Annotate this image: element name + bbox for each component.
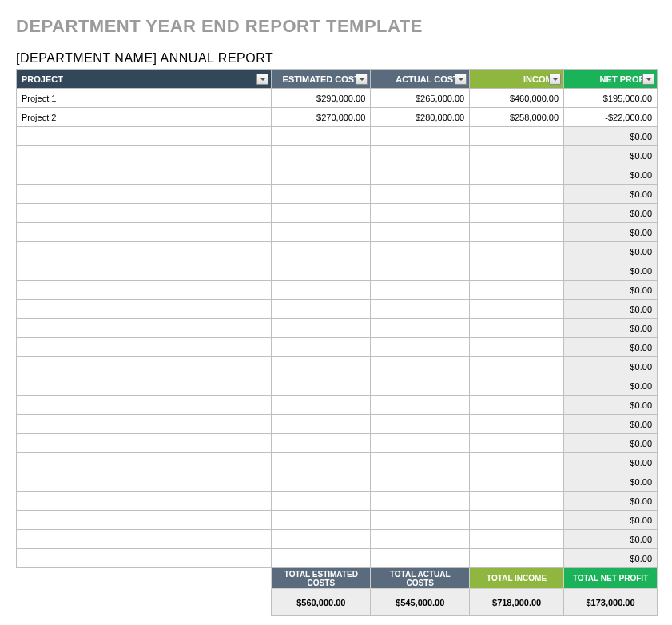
cell-project[interactable]: Project 1	[17, 89, 272, 108]
cell-income[interactable]	[470, 492, 564, 511]
cell-project[interactable]	[17, 511, 272, 530]
cell-estimated[interactable]: $270,000.00	[272, 108, 371, 127]
cell-income[interactable]	[470, 472, 564, 492]
cell-net-profit[interactable]: $0.00	[564, 415, 658, 434]
cell-project[interactable]: Project 2	[17, 108, 272, 127]
cell-estimated[interactable]	[272, 549, 371, 568]
header-net-profit[interactable]: NET PROFIT	[564, 70, 658, 89]
header-actual[interactable]: ACTUAL COSTS	[371, 70, 470, 89]
cell-project[interactable]	[17, 300, 272, 319]
cell-net-profit[interactable]: $0.00	[564, 549, 658, 568]
cell-estimated[interactable]	[272, 453, 371, 472]
cell-estimated[interactable]	[272, 530, 371, 549]
cell-project[interactable]	[17, 453, 272, 472]
cell-actual[interactable]	[371, 300, 470, 319]
cell-project[interactable]	[17, 281, 272, 300]
filter-dropdown-icon[interactable]	[356, 74, 368, 85]
cell-net-profit[interactable]: $0.00	[564, 453, 658, 472]
cell-actual[interactable]	[371, 511, 470, 530]
cell-project[interactable]	[17, 319, 272, 338]
cell-income[interactable]	[470, 242, 564, 261]
cell-net-profit[interactable]: -$22,000.00	[564, 108, 658, 127]
cell-net-profit[interactable]: $0.00	[564, 338, 658, 357]
cell-actual[interactable]	[371, 319, 470, 338]
cell-actual[interactable]	[371, 415, 470, 434]
cell-project[interactable]	[17, 415, 272, 434]
cell-income[interactable]: $460,000.00	[470, 89, 564, 108]
cell-net-profit[interactable]: $0.00	[564, 357, 658, 376]
cell-actual[interactable]	[371, 281, 470, 300]
cell-actual[interactable]	[371, 396, 470, 415]
cell-income[interactable]	[470, 453, 564, 472]
cell-estimated[interactable]	[272, 146, 371, 165]
cell-net-profit[interactable]: $0.00	[564, 223, 658, 242]
cell-actual[interactable]: $280,000.00	[371, 108, 470, 127]
cell-net-profit[interactable]: $0.00	[564, 300, 658, 319]
cell-estimated[interactable]	[272, 185, 371, 204]
cell-actual[interactable]	[371, 376, 470, 396]
cell-estimated[interactable]	[272, 357, 371, 376]
cell-net-profit[interactable]: $0.00	[564, 434, 658, 453]
cell-estimated[interactable]	[272, 434, 371, 453]
cell-actual[interactable]: $265,000.00	[371, 89, 470, 108]
cell-estimated[interactable]: $290,000.00	[272, 89, 371, 108]
cell-project[interactable]	[17, 165, 272, 185]
cell-income[interactable]	[470, 415, 564, 434]
cell-actual[interactable]	[371, 549, 470, 568]
cell-income[interactable]	[470, 300, 564, 319]
cell-estimated[interactable]	[272, 223, 371, 242]
cell-income[interactable]	[470, 281, 564, 300]
cell-estimated[interactable]	[272, 376, 371, 396]
cell-income[interactable]	[470, 530, 564, 549]
cell-actual[interactable]	[371, 204, 470, 223]
cell-income[interactable]	[470, 185, 564, 204]
filter-dropdown-icon[interactable]	[549, 74, 561, 85]
cell-project[interactable]	[17, 530, 272, 549]
cell-net-profit[interactable]: $0.00	[564, 492, 658, 511]
cell-project[interactable]	[17, 261, 272, 281]
cell-actual[interactable]	[371, 492, 470, 511]
cell-estimated[interactable]	[272, 300, 371, 319]
cell-estimated[interactable]	[272, 472, 371, 492]
cell-project[interactable]	[17, 472, 272, 492]
cell-income[interactable]: $258,000.00	[470, 108, 564, 127]
cell-income[interactable]	[470, 261, 564, 281]
filter-dropdown-icon[interactable]	[455, 74, 467, 85]
cell-actual[interactable]	[371, 472, 470, 492]
cell-actual[interactable]	[371, 127, 470, 146]
cell-income[interactable]	[470, 396, 564, 415]
filter-dropdown-icon[interactable]	[642, 74, 654, 85]
cell-net-profit[interactable]: $0.00	[564, 319, 658, 338]
cell-actual[interactable]	[371, 434, 470, 453]
cell-net-profit[interactable]: $0.00	[564, 165, 658, 185]
cell-income[interactable]	[470, 146, 564, 165]
cell-project[interactable]	[17, 492, 272, 511]
cell-estimated[interactable]	[272, 319, 371, 338]
cell-project[interactable]	[17, 146, 272, 165]
header-project[interactable]: PROJECT	[17, 70, 272, 89]
cell-income[interactable]	[470, 127, 564, 146]
cell-net-profit[interactable]: $0.00	[564, 530, 658, 549]
cell-actual[interactable]	[371, 242, 470, 261]
cell-project[interactable]	[17, 376, 272, 396]
cell-net-profit[interactable]: $0.00	[564, 281, 658, 300]
cell-actual[interactable]	[371, 261, 470, 281]
cell-project[interactable]	[17, 357, 272, 376]
cell-income[interactable]	[470, 338, 564, 357]
cell-project[interactable]	[17, 396, 272, 415]
cell-income[interactable]	[470, 511, 564, 530]
cell-income[interactable]	[470, 223, 564, 242]
cell-income[interactable]	[470, 319, 564, 338]
cell-income[interactable]	[470, 376, 564, 396]
cell-net-profit[interactable]: $0.00	[564, 472, 658, 492]
cell-estimated[interactable]	[272, 338, 371, 357]
header-income[interactable]: INCOME	[470, 70, 564, 89]
cell-net-profit[interactable]: $0.00	[564, 242, 658, 261]
cell-estimated[interactable]	[272, 261, 371, 281]
cell-actual[interactable]	[371, 146, 470, 165]
cell-income[interactable]	[470, 165, 564, 185]
cell-net-profit[interactable]: $0.00	[564, 396, 658, 415]
cell-net-profit[interactable]: $0.00	[564, 204, 658, 223]
cell-project[interactable]	[17, 223, 272, 242]
cell-net-profit[interactable]: $0.00	[564, 511, 658, 530]
